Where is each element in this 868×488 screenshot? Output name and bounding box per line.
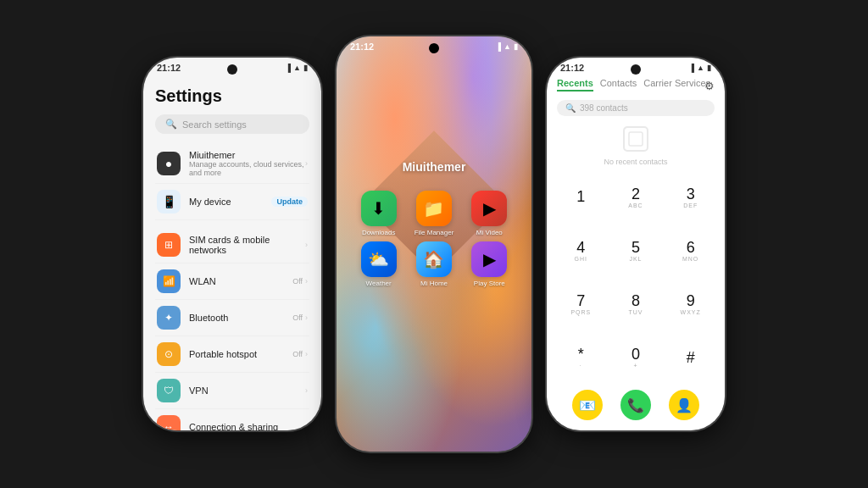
settings-title: Settings	[155, 86, 309, 106]
app-playstore[interactable]: ▶ Play Store	[465, 241, 515, 287]
punch-hole-2	[429, 43, 439, 53]
chevron-icon: ›	[305, 277, 308, 286]
settings-item-wlan[interactable]: 📶 WLAN Off ›	[155, 263, 309, 300]
app-grid-row1: ⬇ Downloads 📁 File Manager ▶ Mi Video ⛅ …	[337, 191, 531, 287]
bluetooth-icon: ✦	[157, 306, 181, 330]
playstore-label: Play Store	[474, 280, 505, 287]
chevron-icon: ›	[305, 313, 308, 322]
bluetooth-status: Off	[292, 313, 303, 322]
no-contacts-label: No recent contacts	[604, 158, 667, 166]
playstore-icon: ▶	[471, 241, 507, 277]
dial-key-3[interactable]: 3 DEF	[663, 170, 718, 224]
settings-item-bluetooth[interactable]: ✦ Bluetooth Off ›	[155, 300, 309, 336]
tab-recents[interactable]: Recents	[557, 76, 593, 92]
app-weather[interactable]: ⛅ Weather	[353, 241, 403, 287]
dialpad: 1 2 ABC 3 DEF 4 GHI 5 JKL	[547, 170, 725, 385]
phone-settings: 21:12 ▐ ▲ ▮ Settings 🔍 Search settings ●…	[143, 58, 321, 430]
chevron-icon: ›	[305, 159, 308, 168]
update-badge[interactable]: Update	[271, 197, 308, 207]
voicemail-icon: 📧	[579, 397, 596, 413]
connection-label: Connection & sharing	[189, 422, 305, 430]
status-time-1: 21:12	[157, 63, 181, 73]
settings-item-miuithemer[interactable]: ● Miuithemer Manage accounts, cloud serv…	[155, 144, 309, 184]
no-contacts-area: No recent contacts	[547, 119, 725, 170]
hotspot-icon: ⊙	[157, 342, 181, 366]
settings-search-bar[interactable]: 🔍 Search settings	[155, 114, 309, 134]
dial-key-hash[interactable]: #	[663, 331, 718, 385]
vpn-icon: 🛡	[157, 379, 181, 402]
voicemail-button[interactable]: 📧	[572, 390, 603, 420]
signal-icon-3: ▐	[689, 64, 694, 72]
dial-key-6[interactable]: 6 MNO	[663, 224, 718, 277]
divider-1	[155, 220, 309, 227]
settings-item-hotspot[interactable]: ⊙ Portable hotspot Off ›	[155, 336, 309, 373]
wifi-icon: ▲	[293, 64, 301, 72]
mihome-icon: 🏠	[416, 241, 452, 277]
dial-key-1[interactable]: 1	[554, 170, 609, 224]
settings-icon[interactable]: ⚙	[704, 80, 715, 92]
no-contacts-icon	[620, 124, 651, 154]
mihome-label: Mi Home	[420, 280, 448, 287]
dial-key-star[interactable]: * ·	[554, 331, 609, 385]
status-icons-1: ▐ ▲ ▮	[286, 64, 308, 72]
settings-item-connection[interactable]: ↔ Connection & sharing ›	[155, 409, 309, 430]
dial-key-9[interactable]: 9 WXYZ	[663, 278, 718, 331]
search-contacts-placeholder: 398 contacts	[580, 103, 628, 113]
dial-key-7[interactable]: 7 PQRS	[554, 278, 609, 331]
app-filemanager[interactable]: 📁 File Manager	[409, 191, 459, 236]
dial-key-0[interactable]: 0 +	[609, 331, 664, 385]
status-time-3: 21:12	[560, 63, 584, 73]
hotspot-label: Portable hotspot	[189, 349, 292, 359]
dial-key-4[interactable]: 4 GHI	[554, 224, 609, 277]
wlan-label: WLAN	[189, 276, 292, 286]
wlan-status: Off	[292, 277, 303, 286]
sim-label: SIM cards & mobile networks	[189, 235, 305, 255]
miuithemer-label: Miuithemer	[189, 150, 305, 160]
miuithemer-sublabel: Manage accounts, cloud services, and mor…	[189, 160, 305, 177]
mivideo-icon: ▶	[471, 191, 507, 226]
weather-label: Weather	[366, 280, 392, 287]
settings-item-vpn[interactable]: 🛡 VPN ›	[155, 373, 309, 409]
mydevice-icon: 📱	[157, 190, 181, 214]
wifi-icon-3: ▲	[697, 64, 704, 72]
dial-key-5[interactable]: 5 JKL	[609, 224, 664, 277]
tab-contacts[interactable]: Contacts	[600, 76, 637, 92]
svg-rect-1	[629, 132, 643, 146]
app-downloads[interactable]: ⬇ Downloads	[353, 191, 403, 236]
settings-item-mydevice[interactable]: 📱 My device Update	[155, 184, 309, 220]
dial-key-8[interactable]: 8 TUV	[609, 278, 664, 331]
chevron-icon: ›	[305, 423, 308, 430]
app-mihome[interactable]: 🏠 Mi Home	[409, 241, 459, 287]
mivideo-label: Mi Video	[476, 229, 503, 236]
search-placeholder: Search settings	[182, 119, 247, 130]
downloads-icon: ⬇	[361, 191, 397, 226]
contacts-action-button[interactable]: 👤	[669, 390, 699, 420]
mydevice-label: My device	[189, 197, 271, 207]
filemanager-icon: 📁	[416, 191, 452, 226]
signal-icon: ▐	[286, 64, 291, 72]
phone-dialer: 21:12 ▐ ▲ ▮ ⚙ Recents Contacts Carrier S…	[547, 58, 725, 430]
hotspot-status: Off	[292, 350, 303, 358]
connection-icon: ↔	[157, 415, 181, 430]
app-mivideo[interactable]: ▶ Mi Video	[465, 191, 515, 236]
wifi-icon-2: ▲	[504, 42, 511, 51]
search-icon-d: 🔍	[565, 103, 576, 113]
battery-icon: ▮	[303, 64, 308, 72]
call-button[interactable]: 📞	[620, 390, 651, 420]
signal-icon-2: ▐	[496, 42, 501, 51]
dialer-search-bar[interactable]: 🔍 398 contacts	[557, 100, 715, 116]
search-icon: 🔍	[165, 119, 177, 130]
wlan-icon: 📶	[157, 269, 181, 293]
svg-rect-0	[624, 127, 648, 151]
home-app-label: Miuithemer	[403, 160, 466, 174]
sim-icon: ⊞	[157, 233, 181, 257]
downloads-label: Downloads	[362, 229, 396, 236]
settings-screen: Settings 🔍 Search settings ● Miuithemer …	[143, 58, 321, 430]
bluetooth-label: Bluetooth	[189, 313, 292, 323]
dialer-tabs: Recents Contacts Carrier Services	[547, 76, 725, 92]
settings-item-sim[interactable]: ⊞ SIM cards & mobile networks ›	[155, 227, 309, 263]
tab-carrier[interactable]: Carrier Services	[643, 76, 710, 92]
battery-icon-2: ▮	[514, 42, 518, 51]
dial-key-2[interactable]: 2 ABC	[609, 170, 664, 224]
phone-home: 21:12 ▐ ▲ ▮ Miuithemer ⬇ Downloads 📁 Fi	[337, 36, 531, 452]
